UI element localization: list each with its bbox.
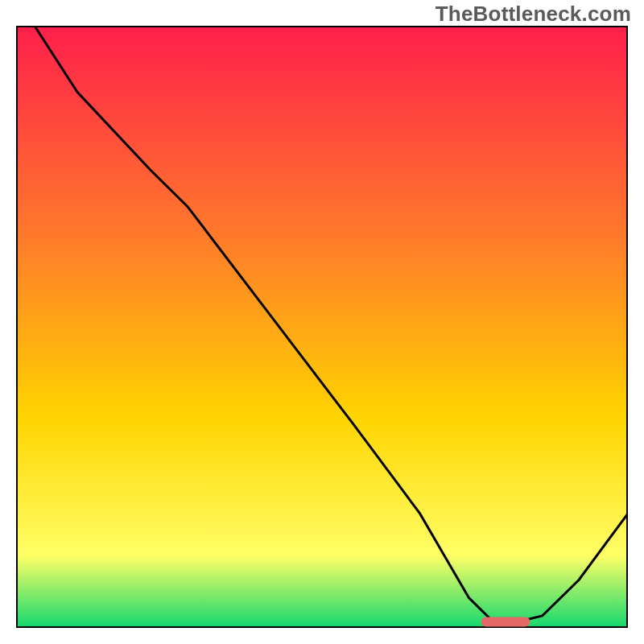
gradient-bg <box>16 26 628 628</box>
plot-area <box>16 26 628 628</box>
watermark-text: TheBottleneck.com <box>436 2 631 27</box>
chart-frame: TheBottleneck.com <box>0 0 644 644</box>
chart-svg <box>16 26 628 628</box>
optimal-range-marker <box>481 617 530 627</box>
